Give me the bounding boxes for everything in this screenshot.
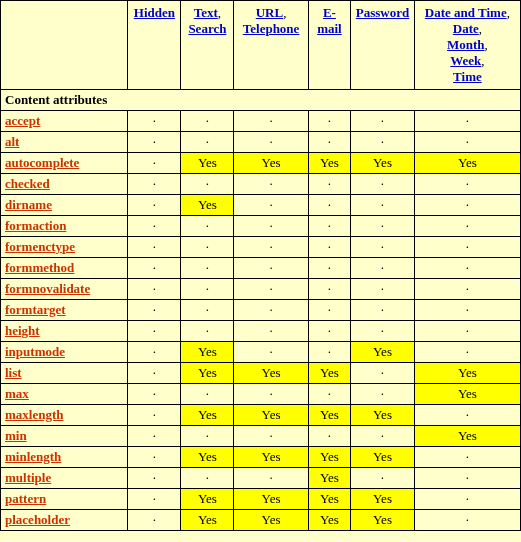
table-row: alt······ <box>1 132 521 153</box>
value-cell: Yes <box>181 363 234 384</box>
attribute-name-cell: multiple <box>1 468 128 489</box>
attribute-link[interactable]: multiple <box>5 470 51 485</box>
value-cell: · <box>308 426 350 447</box>
header-hidden: Hidden <box>128 1 181 90</box>
value-cell: Yes <box>308 153 350 174</box>
value-cell: · <box>181 111 234 132</box>
value-cell: · <box>128 153 181 174</box>
table-row: height······ <box>1 321 521 342</box>
value-cell: · <box>128 447 181 468</box>
value-cell: · <box>414 279 520 300</box>
attribute-name-cell: accept <box>1 111 128 132</box>
value-cell: · <box>181 300 234 321</box>
attribute-name-cell: pattern <box>1 489 128 510</box>
value-cell: · <box>308 258 350 279</box>
table-row: autocomplete·YesYesYesYesYes <box>1 153 521 174</box>
value-cell: · <box>351 258 415 279</box>
value-cell: · <box>414 237 520 258</box>
value-cell: Yes <box>308 405 350 426</box>
value-cell: · <box>181 321 234 342</box>
table-row: formaction······ <box>1 216 521 237</box>
header-link[interactable]: Search <box>188 21 226 37</box>
value-cell: · <box>414 489 520 510</box>
header-link[interactable]: E-mail <box>311 5 348 37</box>
header-password: Password <box>351 1 415 90</box>
header-link[interactable]: Month <box>447 37 485 53</box>
attribute-link[interactable]: pattern <box>5 491 46 506</box>
value-cell: Yes <box>308 468 350 489</box>
value-cell: · <box>351 195 415 216</box>
value-cell: Yes <box>234 363 308 384</box>
attribute-link[interactable]: inputmode <box>5 344 65 359</box>
header-link[interactable]: Time <box>453 69 482 85</box>
value-cell: · <box>128 342 181 363</box>
attributes-table: Hidden Text, Search URL, Telephone E-mai… <box>0 0 521 531</box>
header-link[interactable]: Text <box>194 5 218 21</box>
attribute-link[interactable]: list <box>5 365 22 380</box>
value-cell: · <box>351 384 415 405</box>
value-cell: · <box>414 111 520 132</box>
header-email: E-mail <box>308 1 350 90</box>
attribute-link[interactable]: formmethod <box>5 260 74 275</box>
value-cell: Yes <box>181 447 234 468</box>
attribute-link[interactable]: alt <box>5 134 19 149</box>
value-cell: · <box>234 384 308 405</box>
header-link[interactable]: Date and Time <box>425 5 507 21</box>
attribute-link[interactable]: autocomplete <box>5 155 79 170</box>
attribute-name-cell: autocomplete <box>1 153 128 174</box>
value-cell: · <box>181 132 234 153</box>
header-link[interactable]: Hidden <box>134 5 175 21</box>
table-row: accept······ <box>1 111 521 132</box>
value-cell: Yes <box>234 447 308 468</box>
value-cell: Yes <box>351 489 415 510</box>
attribute-link[interactable]: minlength <box>5 449 61 464</box>
value-cell: Yes <box>351 342 415 363</box>
value-cell: · <box>234 132 308 153</box>
attribute-link[interactable]: formenctype <box>5 239 75 254</box>
value-cell: Yes <box>308 510 350 531</box>
value-cell: · <box>414 510 520 531</box>
value-cell: Yes <box>351 153 415 174</box>
attribute-link[interactable]: formaction <box>5 218 66 233</box>
attribute-link[interactable]: placeholder <box>5 512 70 527</box>
value-cell: Yes <box>181 510 234 531</box>
table-row: list·YesYesYes·Yes <box>1 363 521 384</box>
table-row: formenctype······ <box>1 237 521 258</box>
attribute-link[interactable]: accept <box>5 113 40 128</box>
value-cell: · <box>128 258 181 279</box>
value-cell: · <box>234 111 308 132</box>
header-link[interactable]: Date <box>453 21 479 37</box>
attribute-name-cell: minlength <box>1 447 128 468</box>
value-cell: · <box>414 132 520 153</box>
attribute-name-cell: dirname <box>1 195 128 216</box>
value-cell: · <box>128 237 181 258</box>
header-link[interactable]: Password <box>356 5 409 21</box>
header-link[interactable]: URL <box>256 5 283 21</box>
attribute-link[interactable]: formnovalidate <box>5 281 90 296</box>
table-row: pattern·YesYesYesYes· <box>1 489 521 510</box>
attribute-link[interactable]: checked <box>5 176 50 191</box>
attribute-name-cell: checked <box>1 174 128 195</box>
value-cell: · <box>128 489 181 510</box>
value-cell: · <box>234 468 308 489</box>
value-cell: · <box>351 132 415 153</box>
attribute-link[interactable]: height <box>5 323 40 338</box>
attribute-link[interactable]: max <box>5 386 29 401</box>
value-cell: Yes <box>308 489 350 510</box>
value-cell: · <box>181 384 234 405</box>
value-cell: Yes <box>181 342 234 363</box>
header-link[interactable]: Week <box>450 53 481 69</box>
attribute-name-cell: max <box>1 384 128 405</box>
attribute-link[interactable]: dirname <box>5 197 52 212</box>
table-row: minlength·YesYesYesYes· <box>1 447 521 468</box>
section-title: Content attributes <box>1 90 521 111</box>
attribute-name-cell: maxlength <box>1 405 128 426</box>
attribute-name-cell: inputmode <box>1 342 128 363</box>
header-link[interactable]: Telephone <box>243 21 300 37</box>
value-cell: · <box>181 426 234 447</box>
attribute-link[interactable]: formtarget <box>5 302 66 317</box>
attribute-link[interactable]: min <box>5 428 27 443</box>
value-cell: · <box>414 195 520 216</box>
attribute-link[interactable]: maxlength <box>5 407 64 422</box>
value-cell: · <box>351 174 415 195</box>
